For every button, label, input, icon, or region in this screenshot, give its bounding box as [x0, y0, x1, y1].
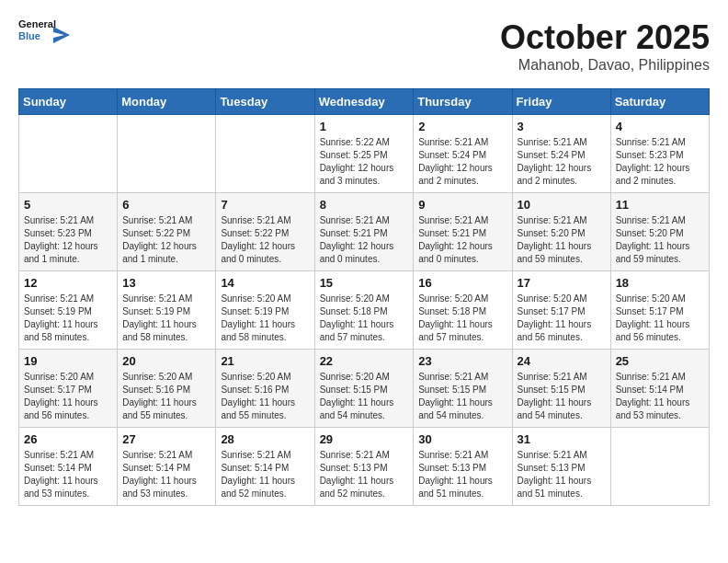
day-number: 29	[320, 432, 409, 446]
calendar-cell: 11Sunrise: 5:21 AM Sunset: 5:20 PM Dayli…	[610, 193, 709, 271]
calendar-cell: 13Sunrise: 5:21 AM Sunset: 5:19 PM Dayli…	[118, 271, 216, 350]
week-row-4: 19Sunrise: 5:20 AM Sunset: 5:17 PM Dayli…	[19, 350, 710, 428]
day-number: 7	[221, 198, 309, 212]
calendar-cell: 22Sunrise: 5:20 AM Sunset: 5:15 PM Dayli…	[314, 350, 414, 428]
day-number: 15	[320, 276, 409, 290]
weekday-header-sunday: Sunday	[19, 89, 118, 115]
day-info: Sunrise: 5:21 AM Sunset: 5:14 PM Dayligh…	[221, 449, 309, 500]
weekday-header-friday: Friday	[512, 89, 610, 115]
calendar-cell: 18Sunrise: 5:20 AM Sunset: 5:17 PM Dayli…	[610, 271, 709, 350]
header: General Blue October 2025 Mahanob, Davao…	[18, 18, 710, 74]
calendar-cell: 12Sunrise: 5:21 AM Sunset: 5:19 PM Dayli…	[19, 271, 118, 350]
day-number: 4	[616, 120, 704, 133]
day-number: 13	[122, 276, 210, 290]
calendar-cell: 28Sunrise: 5:21 AM Sunset: 5:14 PM Dayli…	[216, 428, 314, 506]
day-info: Sunrise: 5:21 AM Sunset: 5:15 PM Dayligh…	[518, 371, 606, 422]
day-info: Sunrise: 5:21 AM Sunset: 5:14 PM Dayligh…	[122, 449, 210, 500]
day-number: 12	[24, 276, 112, 290]
calendar-cell: 19Sunrise: 5:20 AM Sunset: 5:17 PM Dayli…	[19, 350, 118, 428]
day-info: Sunrise: 5:21 AM Sunset: 5:24 PM Dayligh…	[418, 136, 506, 188]
calendar-cell: 30Sunrise: 5:21 AM Sunset: 5:13 PM Dayli…	[414, 428, 512, 506]
weekday-header-thursday: Thursday	[414, 89, 512, 115]
day-info: Sunrise: 5:21 AM Sunset: 5:19 PM Dayligh…	[24, 293, 112, 344]
calendar: SundayMondayTuesdayWednesdayThursdayFrid…	[18, 88, 710, 506]
calendar-cell	[610, 428, 709, 506]
weekday-header-monday: Monday	[118, 89, 216, 115]
calendar-cell: 1Sunrise: 5:22 AM Sunset: 5:25 PM Daylig…	[314, 115, 414, 193]
day-number: 2	[418, 120, 506, 133]
day-number: 16	[418, 276, 506, 290]
day-number: 19	[24, 354, 112, 368]
day-info: Sunrise: 5:21 AM Sunset: 5:13 PM Dayligh…	[320, 449, 409, 500]
calendar-cell: 3Sunrise: 5:21 AM Sunset: 5:24 PM Daylig…	[512, 115, 610, 193]
day-info: Sunrise: 5:20 AM Sunset: 5:17 PM Dayligh…	[616, 293, 704, 344]
day-number: 26	[24, 432, 112, 446]
day-info: Sunrise: 5:21 AM Sunset: 5:22 PM Dayligh…	[221, 214, 309, 266]
week-row-1: 1Sunrise: 5:22 AM Sunset: 5:25 PM Daylig…	[19, 115, 710, 193]
day-number: 28	[221, 432, 309, 446]
day-number: 10	[518, 198, 606, 212]
location-title: Mahanob, Davao, Philippines	[500, 57, 710, 74]
day-number: 30	[418, 432, 506, 446]
day-info: Sunrise: 5:20 AM Sunset: 5:16 PM Dayligh…	[122, 371, 210, 422]
day-number: 25	[616, 354, 704, 368]
day-number: 6	[122, 198, 210, 212]
day-info: Sunrise: 5:20 AM Sunset: 5:18 PM Dayligh…	[418, 293, 506, 344]
day-info: Sunrise: 5:21 AM Sunset: 5:23 PM Dayligh…	[616, 136, 704, 188]
calendar-cell: 31Sunrise: 5:21 AM Sunset: 5:13 PM Dayli…	[512, 428, 610, 506]
day-info: Sunrise: 5:21 AM Sunset: 5:21 PM Dayligh…	[320, 214, 409, 266]
day-info: Sunrise: 5:21 AM Sunset: 5:23 PM Dayligh…	[24, 214, 112, 266]
calendar-cell: 23Sunrise: 5:21 AM Sunset: 5:15 PM Dayli…	[414, 350, 512, 428]
calendar-cell: 27Sunrise: 5:21 AM Sunset: 5:14 PM Dayli…	[118, 428, 216, 506]
day-number: 23	[418, 354, 506, 368]
day-number: 20	[122, 354, 210, 368]
day-number: 21	[221, 354, 309, 368]
week-row-3: 12Sunrise: 5:21 AM Sunset: 5:19 PM Dayli…	[19, 271, 710, 350]
day-number: 24	[518, 354, 606, 368]
calendar-cell: 9Sunrise: 5:21 AM Sunset: 5:21 PM Daylig…	[414, 193, 512, 271]
day-info: Sunrise: 5:20 AM Sunset: 5:17 PM Dayligh…	[24, 371, 112, 422]
day-number: 18	[616, 276, 704, 290]
day-info: Sunrise: 5:21 AM Sunset: 5:24 PM Dayligh…	[518, 136, 606, 188]
day-number: 14	[221, 276, 309, 290]
calendar-cell: 7Sunrise: 5:21 AM Sunset: 5:22 PM Daylig…	[216, 193, 314, 271]
day-info: Sunrise: 5:21 AM Sunset: 5:13 PM Dayligh…	[518, 449, 606, 500]
day-info: Sunrise: 5:21 AM Sunset: 5:13 PM Dayligh…	[418, 449, 506, 500]
calendar-cell: 4Sunrise: 5:21 AM Sunset: 5:23 PM Daylig…	[610, 115, 709, 193]
calendar-cell: 6Sunrise: 5:21 AM Sunset: 5:22 PM Daylig…	[118, 193, 216, 271]
calendar-cell: 10Sunrise: 5:21 AM Sunset: 5:20 PM Dayli…	[512, 193, 610, 271]
weekday-header-saturday: Saturday	[610, 89, 709, 115]
day-info: Sunrise: 5:20 AM Sunset: 5:16 PM Dayligh…	[221, 371, 309, 422]
week-row-2: 5Sunrise: 5:21 AM Sunset: 5:23 PM Daylig…	[19, 193, 710, 271]
day-info: Sunrise: 5:21 AM Sunset: 5:20 PM Dayligh…	[518, 214, 606, 266]
day-number: 11	[616, 198, 704, 212]
calendar-cell: 29Sunrise: 5:21 AM Sunset: 5:13 PM Dayli…	[314, 428, 414, 506]
day-number: 8	[320, 198, 409, 212]
logo: General Blue	[18, 18, 70, 52]
logo-symbol: General Blue	[18, 18, 51, 52]
day-info: Sunrise: 5:21 AM Sunset: 5:22 PM Dayligh…	[122, 214, 210, 266]
calendar-cell: 21Sunrise: 5:20 AM Sunset: 5:16 PM Dayli…	[216, 350, 314, 428]
title-area: October 2025 Mahanob, Davao, Philippines	[500, 18, 710, 74]
day-info: Sunrise: 5:21 AM Sunset: 5:19 PM Dayligh…	[122, 293, 210, 344]
day-number: 1	[320, 120, 409, 133]
day-number: 27	[122, 432, 210, 446]
day-info: Sunrise: 5:21 AM Sunset: 5:20 PM Dayligh…	[616, 214, 704, 266]
day-info: Sunrise: 5:21 AM Sunset: 5:15 PM Dayligh…	[418, 371, 506, 422]
day-number: 3	[518, 120, 606, 133]
calendar-cell: 24Sunrise: 5:21 AM Sunset: 5:15 PM Dayli…	[512, 350, 610, 428]
calendar-cell: 16Sunrise: 5:20 AM Sunset: 5:18 PM Dayli…	[414, 271, 512, 350]
day-info: Sunrise: 5:21 AM Sunset: 5:21 PM Dayligh…	[418, 214, 506, 266]
day-number: 31	[518, 432, 606, 446]
day-info: Sunrise: 5:22 AM Sunset: 5:25 PM Dayligh…	[320, 136, 409, 188]
calendar-cell: 15Sunrise: 5:20 AM Sunset: 5:18 PM Dayli…	[314, 271, 414, 350]
day-info: Sunrise: 5:20 AM Sunset: 5:19 PM Dayligh…	[221, 293, 309, 344]
day-info: Sunrise: 5:21 AM Sunset: 5:14 PM Dayligh…	[616, 371, 704, 422]
day-number: 17	[518, 276, 606, 290]
day-info: Sunrise: 5:20 AM Sunset: 5:15 PM Dayligh…	[320, 371, 409, 422]
calendar-cell: 20Sunrise: 5:20 AM Sunset: 5:16 PM Dayli…	[118, 350, 216, 428]
calendar-cell: 25Sunrise: 5:21 AM Sunset: 5:14 PM Dayli…	[610, 350, 709, 428]
day-number: 5	[24, 198, 112, 212]
week-row-5: 26Sunrise: 5:21 AM Sunset: 5:14 PM Dayli…	[19, 428, 710, 506]
weekday-header-row: SundayMondayTuesdayWednesdayThursdayFrid…	[19, 89, 710, 115]
